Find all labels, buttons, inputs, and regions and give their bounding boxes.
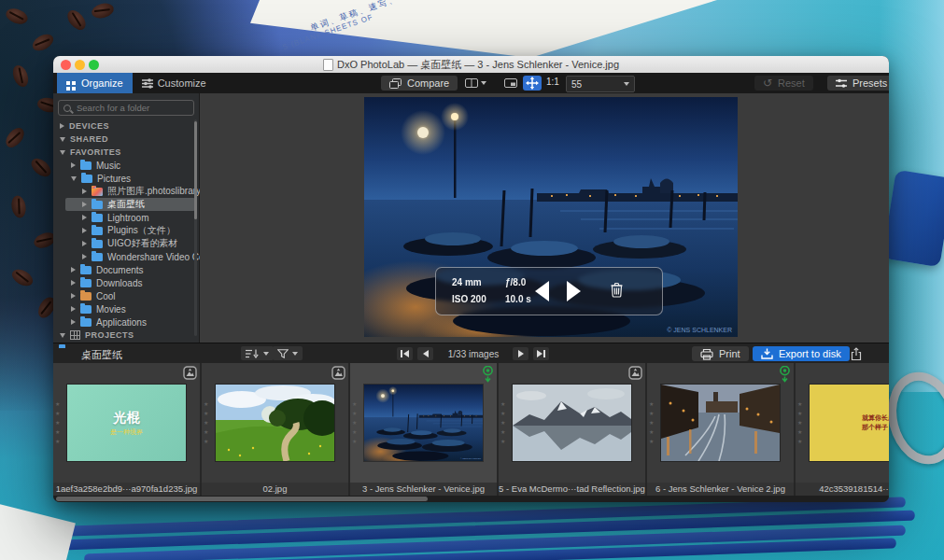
star-rating[interactable]: ★★★★★ — [500, 400, 505, 446]
star-rating[interactable]: ★★★★★ — [204, 400, 208, 446]
reset-button[interactable]: ↺ Reset — [754, 76, 813, 91]
zoom-level-select[interactable]: 55 — [566, 76, 635, 92]
thumbnail-image[interactable] — [513, 385, 631, 461]
disclosure-icon[interactable] — [71, 306, 76, 312]
tab-organize[interactable]: Organize — [57, 73, 133, 93]
next-image-arrow[interactable] — [567, 281, 581, 301]
folder-icon — [80, 305, 92, 314]
thumbnail-cell-2[interactable]: ★★★★★ — [202, 363, 348, 483]
minimize-window-button[interactable] — [75, 60, 85, 70]
close-window-button[interactable] — [61, 60, 71, 70]
sidebar-item-favorites[interactable]: FAVORITES — [53, 146, 199, 159]
folder-icon — [80, 279, 92, 287]
disclosure-icon[interactable] — [71, 293, 76, 299]
projects-grid-icon — [70, 330, 80, 340]
last-image-button[interactable] — [533, 347, 549, 360]
pan-tool-button[interactable] — [523, 76, 542, 91]
disclosure-icon[interactable] — [71, 162, 76, 168]
thumbnail-cell-3-selected[interactable]: ★★★★★ © JENS SCHLENKER — [350, 363, 497, 483]
disclosure-icon[interactable] — [60, 137, 65, 142]
share-button[interactable] — [849, 346, 864, 361]
chevron-down-icon — [292, 352, 298, 356]
thumbnail-cell-5[interactable]: ★★★★★ — [647, 363, 794, 483]
sidebar-item-desktop-wallpaper[interactable]: 桌面壁纸 — [53, 198, 199, 211]
compare-button[interactable]: Compare — [381, 76, 458, 91]
sidebar-item-applications[interactable]: Applications — [53, 315, 199, 329]
zoom-window-button[interactable] — [89, 60, 99, 70]
sidebar-item-cool[interactable]: Cool — [53, 289, 199, 302]
disclosure-icon[interactable] — [71, 267, 76, 273]
disclosure-icon[interactable] — [60, 123, 64, 129]
chevron-down-icon — [481, 81, 486, 85]
disclosure-icon[interactable] — [82, 241, 87, 246]
disclosure-icon[interactable] — [60, 333, 65, 338]
trash-icon[interactable] — [610, 282, 624, 301]
sidebar-item-downloads[interactable]: Downloads — [53, 276, 199, 289]
star-rating[interactable]: ★★★★★ — [649, 400, 654, 446]
disclosure-icon[interactable] — [82, 215, 87, 220]
star-rating[interactable]: ★★★★★ — [352, 400, 357, 446]
sidebar-item-wondershare[interactable]: Wondershare Video Co… — [53, 250, 199, 263]
previous-image-button[interactable] — [417, 347, 433, 360]
photographer-watermark: © JENS SCHLENKER — [667, 327, 732, 333]
sidebar-item-movies[interactable]: Movies — [53, 302, 199, 315]
presets-sliders-icon — [836, 78, 847, 89]
exif-overlay-panel: 24 mm ƒ/8.0 ISO 200 10.0 s — [435, 267, 663, 315]
thumbnail-image[interactable]: 光棍 是一种境界 — [67, 385, 186, 461]
search-input[interactable] — [75, 102, 181, 114]
export-download-icon — [761, 348, 773, 359]
disclosure-icon[interactable] — [71, 280, 76, 286]
star-rating[interactable]: ★★★★★ — [797, 400, 802, 446]
presets-button[interactable]: Presets — [827, 76, 889, 91]
printer-icon — [700, 348, 713, 360]
disclosure-icon[interactable] — [82, 228, 87, 233]
previous-image-arrow[interactable] — [535, 281, 549, 301]
first-image-button[interactable] — [397, 347, 413, 360]
disclosure-icon[interactable] — [71, 176, 77, 181]
disclosure-icon[interactable] — [71, 319, 76, 325]
split-view-button[interactable] — [465, 76, 486, 91]
sidebar-item-documents[interactable]: Documents — [53, 263, 199, 276]
tab-customize[interactable]: Customize — [133, 73, 216, 93]
filmstrip-thumbnails: ★★★★★ 光棍 是一种境界 ★★★★★ — [53, 363, 889, 483]
thumbnail-cell-1[interactable]: ★★★★★ 光棍 是一种境界 — [53, 363, 200, 483]
folder-icon — [92, 201, 103, 209]
thumbnail-image[interactable]: © JENS SCHLENKER — [364, 385, 483, 461]
next-image-button[interactable] — [513, 347, 528, 360]
zoom-ratio-label[interactable]: 1:1 — [546, 77, 559, 87]
sidebar-item-music[interactable]: Music — [53, 159, 199, 172]
disclosure-icon[interactable] — [82, 202, 87, 207]
window-body: DEVICES SHARED FAVORITES Music Pictures … — [53, 93, 889, 343]
thumbnail-image[interactable]: 就算你长成你身份证 那个样子，我也照样 — [810, 385, 889, 461]
disclosure-icon[interactable] — [82, 189, 87, 194]
sidebar-item-lightroom[interactable]: Lightroom — [53, 211, 199, 224]
sidebar-item-devices[interactable]: DEVICES — [53, 119, 199, 133]
thumbnail-cell-4[interactable]: ★★★★★ — [499, 363, 645, 483]
thumbnail-image[interactable] — [216, 385, 334, 461]
filter-button[interactable] — [273, 346, 303, 360]
disclosure-icon[interactable] — [60, 150, 65, 155]
sidebar-item-shared[interactable]: SHARED — [53, 133, 199, 146]
filmstrip-toolbar: 桌面壁纸 1/33 images Print Export to disk — [53, 343, 889, 364]
processed-image-badge-icon — [482, 366, 494, 387]
sidebar-item-projects[interactable]: PROJECTS — [53, 329, 199, 342]
sidebar-item-pictures[interactable]: Pictures — [53, 172, 199, 185]
sidebar-item-plugins[interactable]: Plugins（文件） — [53, 224, 199, 237]
tab-organize-label: Organize — [81, 77, 123, 89]
exif-aperture: ƒ/8.0 — [505, 277, 526, 287]
star-rating[interactable]: ★★★★★ — [55, 400, 60, 446]
filmstrip-scrollbar-thumb[interactable] — [56, 497, 428, 501]
sidebar-item-uigo[interactable]: UIGO好看的素材 — [53, 237, 199, 250]
disclosure-icon[interactable] — [82, 254, 87, 259]
thumbnail-cell-6[interactable]: ★★★★★ 就算你长成你身份证 那个样子，我也照样 — [796, 363, 889, 483]
sidebar-item-photoslibrary[interactable]: 照片图库.photoslibrary — [53, 185, 199, 198]
sidebar-scrollbar-thumb[interactable] — [194, 121, 197, 219]
thumbnail-image[interactable] — [661, 385, 780, 461]
folder-search[interactable] — [58, 100, 194, 116]
print-button[interactable]: Print — [692, 346, 749, 361]
export-to-disk-button[interactable]: Export to disk — [753, 346, 850, 361]
sort-button[interactable] — [241, 346, 274, 360]
folder-icon — [92, 227, 103, 235]
export-label: Export to disk — [779, 348, 841, 359]
fit-to-screen-button[interactable] — [504, 76, 517, 91]
